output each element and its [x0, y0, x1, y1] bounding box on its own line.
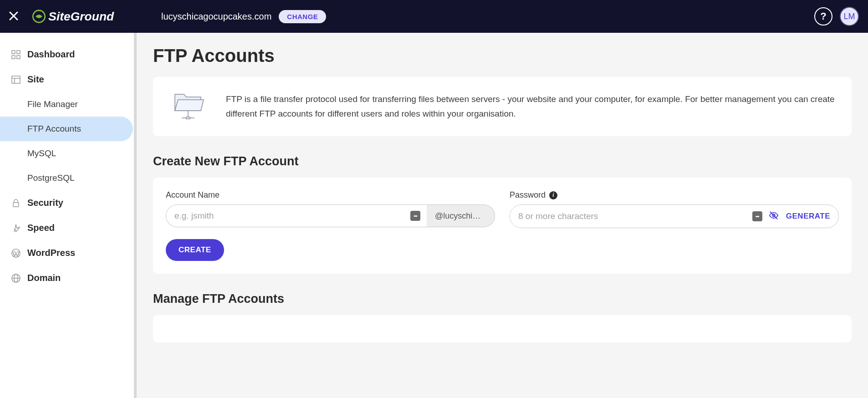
security-icon: [11, 198, 21, 208]
sidebar-item-label: Domain: [27, 273, 61, 283]
sidebar-item-wordpress[interactable]: WordPress: [0, 240, 137, 265]
toggle-password-visibility-icon[interactable]: [769, 210, 779, 223]
user-avatar[interactable]: LM: [840, 7, 859, 26]
sidebar-subitem-ftp-accounts[interactable]: FTP Accounts: [0, 117, 133, 141]
page-title: FTP Accounts: [153, 46, 852, 66]
sidebar-item-domain[interactable]: Domain: [0, 265, 137, 291]
generate-password-button[interactable]: GENERATE: [786, 212, 830, 221]
manage-section-title: Manage FTP Accounts: [153, 292, 852, 306]
speed-icon: [11, 223, 21, 233]
current-domain: lucyschicagocupcakes.com: [161, 11, 271, 22]
account-name-label: Account Name: [166, 190, 495, 200]
input-dots-icon: [410, 211, 420, 221]
create-section-title: Create New FTP Account: [153, 154, 852, 168]
close-button[interactable]: [9, 9, 18, 24]
change-domain-button[interactable]: CHANGE: [279, 10, 326, 23]
password-label: Password: [510, 190, 546, 200]
sidebar-item-dashboard[interactable]: Dashboard: [0, 42, 137, 67]
svg-rect-9: [13, 203, 19, 207]
info-text: FTP is a file transfer protocol used for…: [226, 92, 839, 122]
wordpress-icon: [11, 248, 21, 258]
sidebar-item-label: WordPress: [27, 248, 75, 258]
dashboard-icon: [11, 50, 21, 60]
password-input[interactable]: [510, 205, 769, 228]
sidebar: Dashboard Site File Manager FTP Accounts…: [0, 33, 137, 398]
sidebar-item-label: Site: [27, 74, 44, 85]
sidebar-subitem-postgresql[interactable]: PostgreSQL: [0, 166, 137, 190]
svg-rect-5: [17, 56, 20, 59]
input-dots-icon: [752, 211, 762, 221]
svg-rect-6: [12, 76, 20, 83]
svg-rect-16: [186, 117, 190, 119]
sidebar-item-label: Dashboard: [27, 49, 75, 60]
svg-rect-4: [12, 56, 15, 59]
svg-rect-2: [12, 51, 15, 54]
sidebar-item-security[interactable]: Security: [0, 190, 137, 215]
main-content: FTP Accounts FTP is a file transfer prot…: [137, 33, 868, 398]
account-domain-suffix: @lucyschi…: [427, 204, 495, 227]
sidebar-subitem-file-manager[interactable]: File Manager: [0, 92, 137, 117]
svg-text:SiteGround: SiteGround: [48, 10, 114, 23]
info-card: FTP is a file transfer protocol used for…: [153, 77, 852, 136]
account-name-input[interactable]: [166, 204, 427, 227]
create-button[interactable]: CREATE: [166, 239, 224, 261]
sidebar-item-site[interactable]: Site: [0, 67, 137, 92]
password-info-icon[interactable]: i: [549, 191, 557, 199]
sidebar-item-label: Speed: [27, 223, 55, 233]
siteground-logo[interactable]: SiteGround: [29, 9, 134, 24]
help-icon[interactable]: ?: [814, 7, 832, 26]
domain-icon: [11, 273, 21, 283]
site-icon: [11, 75, 21, 85]
sidebar-item-label: Security: [27, 198, 63, 208]
ftp-folder-icon: [166, 86, 211, 127]
create-form-card: Account Name @lucyschi… Password i: [153, 178, 852, 274]
sidebar-item-speed[interactable]: Speed: [0, 215, 137, 240]
svg-rect-3: [17, 51, 20, 54]
header: SiteGround lucyschicagocupcakes.com CHAN…: [0, 0, 868, 33]
sidebar-subitem-mysql[interactable]: MySQL: [0, 141, 137, 166]
manage-accounts-card: [153, 315, 852, 342]
